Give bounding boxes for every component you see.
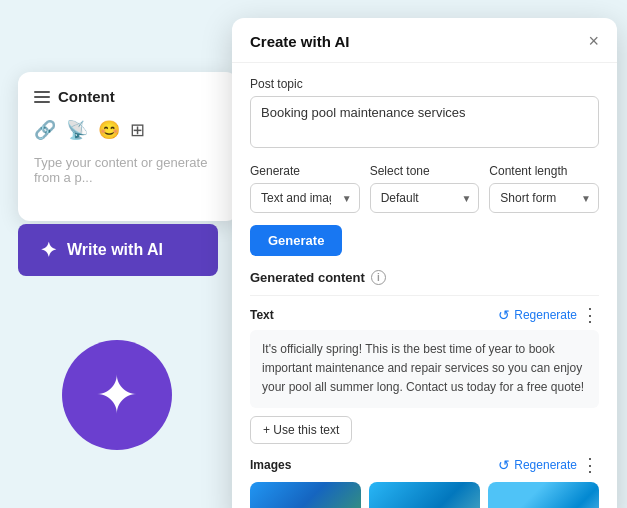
images-section-actions: ↺ Regenerate ⋮ xyxy=(498,456,599,474)
generate-group: Generate Text and images Text only Image… xyxy=(250,164,360,213)
divider xyxy=(250,295,599,296)
generate-label: Generate xyxy=(250,164,360,178)
rss-icon[interactable]: 📡 xyxy=(66,119,88,141)
images-section: Images ↺ Regenerate ⋮ ⊘ + xyxy=(250,456,599,508)
images-more-button[interactable]: ⋮ xyxy=(581,456,599,474)
generate-select[interactable]: Text and images Text only Images only xyxy=(250,183,360,213)
generated-content-header: Generated content i xyxy=(250,270,599,285)
image-thumb-2: ⊘ + xyxy=(369,482,480,508)
close-button[interactable]: × xyxy=(588,32,599,50)
images-regenerate-icon: ↺ xyxy=(498,457,510,473)
post-topic-label: Post topic xyxy=(250,77,599,91)
images-regenerate-label: Regenerate xyxy=(514,458,577,472)
text-more-button[interactable]: ⋮ xyxy=(581,306,599,324)
text-section-label: Text xyxy=(250,308,274,322)
modal-title: Create with AI xyxy=(250,33,349,50)
generated-content-title: Generated content xyxy=(250,270,365,285)
text-regenerate-button[interactable]: ↺ Regenerate xyxy=(498,307,577,323)
modal-header: Create with AI × xyxy=(232,18,617,63)
info-icon[interactable]: i xyxy=(371,270,386,285)
tone-label: Select tone xyxy=(370,164,480,178)
content-editor-card: Content 🔗 📡 😊 ⊞ Type your content or gen… xyxy=(18,72,238,221)
toolbar-icons: 🔗 📡 😊 ⊞ xyxy=(34,119,222,141)
length-group: Content length Short form Medium form Lo… xyxy=(489,164,599,213)
length-select[interactable]: Short form Medium form Long form xyxy=(489,183,599,213)
images-grid: ⊘ + ⊘ + ⊘ + xyxy=(250,482,599,508)
generate-button[interactable]: Generate xyxy=(250,225,342,256)
write-ai-button[interactable]: ✦ Write with AI xyxy=(18,224,218,276)
tone-group: Select tone Default Professional Casual … xyxy=(370,164,480,213)
ai-logo-circle: ✦ xyxy=(62,340,172,450)
length-select-wrapper: Short form Medium form Long form ▼ xyxy=(489,183,599,213)
use-text-button[interactable]: + Use this text xyxy=(250,416,352,444)
image-thumb-1: ⊘ + xyxy=(250,482,361,508)
content-placeholder: Type your content or generate from a p..… xyxy=(34,155,222,185)
emoji-icon[interactable]: 😊 xyxy=(98,119,120,141)
link-icon[interactable]: 🔗 xyxy=(34,119,56,141)
generated-text: It's officially spring! This is the best… xyxy=(250,330,599,408)
menu-icon xyxy=(34,91,50,103)
text-section-header: Text ↺ Regenerate ⋮ xyxy=(250,306,599,324)
write-ai-label: Write with AI xyxy=(67,241,163,259)
tone-select[interactable]: Default Professional Casual xyxy=(370,183,480,213)
text-section: Text ↺ Regenerate ⋮ It's officially spri… xyxy=(250,306,599,444)
sparkle-icon: ✦ xyxy=(40,238,57,262)
generate-select-wrapper: Text and images Text only Images only ▼ xyxy=(250,183,360,213)
images-section-header: Images ↺ Regenerate ⋮ xyxy=(250,456,599,474)
sparkle-large-icon: ✦ xyxy=(95,365,139,425)
post-topic-input[interactable]: Booking pool maintenance services xyxy=(250,96,599,148)
modal-body: Post topic Booking pool maintenance serv… xyxy=(232,63,617,508)
length-label: Content length xyxy=(489,164,599,178)
create-with-ai-modal: Create with AI × Post topic Booking pool… xyxy=(232,18,617,508)
card-header: Content xyxy=(34,88,222,105)
grid-icon[interactable]: ⊞ xyxy=(130,119,145,141)
image-thumb-3: ⊘ + xyxy=(488,482,599,508)
regenerate-icon: ↺ xyxy=(498,307,510,323)
images-regenerate-button[interactable]: ↺ Regenerate xyxy=(498,457,577,473)
text-regenerate-label: Regenerate xyxy=(514,308,577,322)
tone-select-wrapper: Default Professional Casual ▼ xyxy=(370,183,480,213)
options-row: Generate Text and images Text only Image… xyxy=(250,164,599,213)
card-title: Content xyxy=(58,88,115,105)
images-section-label: Images xyxy=(250,458,291,472)
text-section-actions: ↺ Regenerate ⋮ xyxy=(498,306,599,324)
